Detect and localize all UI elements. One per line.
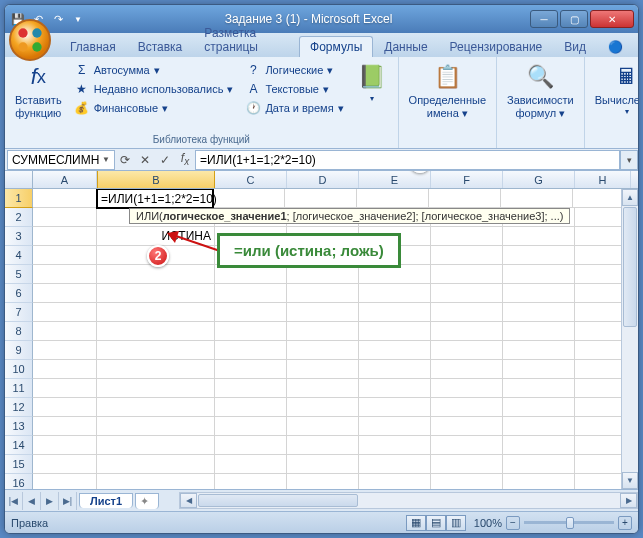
col-header-E[interactable]: E: [359, 171, 431, 188]
cell-G3[interactable]: [503, 227, 575, 246]
help-icon[interactable]: 🔵: [597, 36, 634, 57]
zoom-in-button[interactable]: +: [618, 516, 632, 530]
row-header-3[interactable]: 3: [5, 227, 33, 246]
page-layout-button[interactable]: ▤: [426, 515, 446, 531]
close-button[interactable]: ✕: [590, 10, 634, 28]
cell-B16[interactable]: [97, 474, 215, 489]
col-header-G[interactable]: G: [503, 171, 575, 188]
cell-C9[interactable]: [215, 341, 287, 360]
row-header-16[interactable]: 16: [5, 474, 33, 489]
cell-A1[interactable]: [33, 189, 97, 208]
cell-B13[interactable]: [97, 417, 215, 436]
cell-E15[interactable]: [359, 455, 431, 474]
cell-B14[interactable]: [97, 436, 215, 455]
cell-F15[interactable]: [431, 455, 503, 474]
cell-F10[interactable]: [431, 360, 503, 379]
cell-E14[interactable]: [359, 436, 431, 455]
cell-A12[interactable]: [33, 398, 97, 417]
cell-C7[interactable]: [215, 303, 287, 322]
cell-A8[interactable]: [33, 322, 97, 341]
cell-E12[interactable]: [359, 398, 431, 417]
cell-D9[interactable]: [287, 341, 359, 360]
cell-G5[interactable]: [503, 265, 575, 284]
select-all-corner[interactable]: [5, 171, 33, 188]
cell-A11[interactable]: [33, 379, 97, 398]
cell-D6[interactable]: [287, 284, 359, 303]
cell-B6[interactable]: [97, 284, 215, 303]
cell-A16[interactable]: [33, 474, 97, 489]
cell-A6[interactable]: [33, 284, 97, 303]
col-header-F[interactable]: F: [431, 171, 503, 188]
financial-button[interactable]: 💰Финансовые ▾: [70, 99, 238, 117]
tab-formulas[interactable]: Формулы: [299, 36, 373, 57]
cell-C15[interactable]: [215, 455, 287, 474]
cell-G13[interactable]: [503, 417, 575, 436]
cell-C12[interactable]: [215, 398, 287, 417]
row-header-11[interactable]: 11: [5, 379, 33, 398]
recent-button[interactable]: ★Недавно использовались ▾: [70, 80, 238, 98]
cell-D14[interactable]: [287, 436, 359, 455]
cell-G11[interactable]: [503, 379, 575, 398]
cell-C14[interactable]: [215, 436, 287, 455]
row-header-12[interactable]: 12: [5, 398, 33, 417]
accept-formula-button[interactable]: ✓: [155, 150, 175, 170]
cell-D7[interactable]: [287, 303, 359, 322]
cell-B5[interactable]: [97, 265, 215, 284]
tab-layout[interactable]: Разметка страницы: [193, 22, 299, 57]
sheet-last-button[interactable]: ▶|: [59, 492, 77, 510]
row-header-5[interactable]: 5: [5, 265, 33, 284]
row-header-14[interactable]: 14: [5, 436, 33, 455]
scroll-thumb[interactable]: [623, 207, 637, 327]
col-header-B[interactable]: B: [97, 171, 215, 188]
cell-A4[interactable]: [33, 246, 97, 265]
scroll-down-button[interactable]: ▼: [622, 472, 638, 489]
cell-B7[interactable]: [97, 303, 215, 322]
insert-function-button[interactable]: fx Вставить функцию: [11, 59, 66, 121]
cell-E7[interactable]: [359, 303, 431, 322]
zoom-out-button[interactable]: −: [506, 516, 520, 530]
cell-F14[interactable]: [431, 436, 503, 455]
normal-view-button[interactable]: ▦: [406, 515, 426, 531]
cell-B8[interactable]: [97, 322, 215, 341]
cancel-formula-button[interactable]: ✕: [135, 150, 155, 170]
cell-G15[interactable]: [503, 455, 575, 474]
cell-G6[interactable]: [503, 284, 575, 303]
cell-B1[interactable]: =ИЛИ(1+1=1;2*2=10): [96, 189, 214, 209]
cell-A9[interactable]: [33, 341, 97, 360]
row-header-1[interactable]: 1: [5, 189, 33, 208]
row-header-9[interactable]: 9: [5, 341, 33, 360]
autosum-button[interactable]: ΣАвтосумма ▾: [70, 61, 238, 79]
cell-B15[interactable]: [97, 455, 215, 474]
cell-C11[interactable]: [215, 379, 287, 398]
cell-C13[interactable]: [215, 417, 287, 436]
row-header-13[interactable]: 13: [5, 417, 33, 436]
cell-A7[interactable]: [33, 303, 97, 322]
cell-F16[interactable]: [431, 474, 503, 489]
vertical-scrollbar[interactable]: ▲ ▼: [621, 189, 638, 489]
namebox-dropdown-icon[interactable]: ▼: [102, 155, 110, 164]
col-header-H[interactable]: H: [575, 171, 631, 188]
row-header-8[interactable]: 8: [5, 322, 33, 341]
horizontal-scrollbar[interactable]: ◀ ▶: [179, 492, 638, 509]
cell-C16[interactable]: [215, 474, 287, 489]
cell-C1[interactable]: [213, 189, 285, 208]
cell-A14[interactable]: [33, 436, 97, 455]
cell-F7[interactable]: [431, 303, 503, 322]
zoom-thumb[interactable]: [566, 517, 574, 529]
cell-B10[interactable]: [97, 360, 215, 379]
cell-F5[interactable]: [431, 265, 503, 284]
cell-F11[interactable]: [431, 379, 503, 398]
cell-D12[interactable]: [287, 398, 359, 417]
sheet-prev-button[interactable]: ◀: [23, 492, 41, 510]
cell-G16[interactable]: [503, 474, 575, 489]
col-header-D[interactable]: D: [287, 171, 359, 188]
cell-A10[interactable]: [33, 360, 97, 379]
cell-G12[interactable]: [503, 398, 575, 417]
datetime-button[interactable]: 🕐Дата и время ▾: [241, 99, 347, 117]
scroll-up-button[interactable]: ▲: [622, 189, 638, 206]
cell-E9[interactable]: [359, 341, 431, 360]
tab-view[interactable]: Вид: [553, 36, 597, 57]
office-button[interactable]: [9, 19, 51, 61]
row-header-10[interactable]: 10: [5, 360, 33, 379]
minimize-button[interactable]: ─: [530, 10, 558, 28]
